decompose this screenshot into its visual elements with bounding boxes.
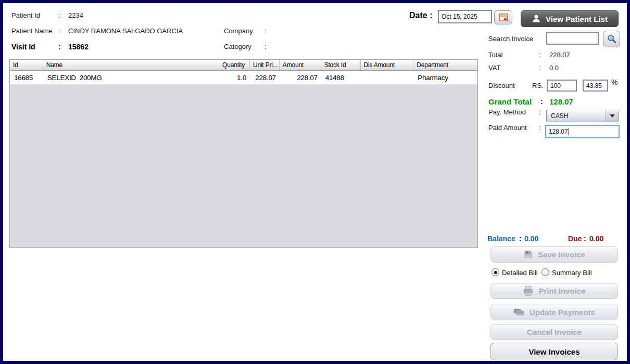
- print-invoice-button[interactable]: Print Invoice: [490, 283, 618, 299]
- pay-method-label: Pay. Method: [488, 109, 526, 116]
- patient-id-label: Patient Id: [11, 12, 40, 19]
- detailed-bill-label[interactable]: Detailed Bill: [502, 269, 538, 277]
- search-invoice-input[interactable]: [546, 32, 599, 45]
- colon: :: [58, 12, 60, 19]
- column-header-stock-id[interactable]: Stock Id: [321, 60, 361, 70]
- discount-label: Discount: [488, 82, 515, 89]
- total-label: Total: [488, 51, 502, 59]
- column-header-name[interactable]: Name: [43, 60, 219, 70]
- cell-quantity: 1.0: [219, 74, 250, 82]
- patient-name-label: Patient Name: [11, 28, 53, 35]
- patient-name-value: CINDY RAMONA SALGADO GARCIA: [68, 28, 183, 35]
- search-icon: [607, 34, 617, 44]
- date-label: Date :: [409, 11, 432, 20]
- paid-amount-label: Paid Amount: [488, 124, 527, 132]
- colon: :: [540, 98, 543, 106]
- discount-amount-input[interactable]: [547, 80, 577, 92]
- calendar-icon: [499, 14, 508, 21]
- column-header-department[interactable]: Department: [413, 60, 477, 70]
- detailed-bill-radio[interactable]: [492, 268, 499, 276]
- patient-id-value: 2234: [68, 12, 83, 19]
- view-patient-list-button[interactable]: View Patient List: [521, 10, 619, 27]
- grand-total-label: Grand Total: [488, 98, 532, 107]
- pay-method-dropdown[interactable]: CASH: [546, 110, 619, 122]
- update-payments-button[interactable]: Update Payments: [490, 304, 618, 320]
- balance-value: 0.00: [524, 235, 538, 243]
- chevron-down-icon: [610, 114, 615, 118]
- print-invoice-label: Print Invoice: [538, 287, 585, 295]
- discount-currency: RS.: [532, 82, 544, 89]
- colon: :: [539, 51, 541, 59]
- cancel-invoice-button[interactable]: Cancel Invoice: [490, 324, 618, 340]
- colon: :: [264, 43, 267, 50]
- dropdown-arrow-button[interactable]: [606, 110, 619, 122]
- vat-label: VAT: [488, 64, 500, 72]
- colon: :: [539, 124, 541, 132]
- cell-unit-price: 228.07: [250, 74, 280, 82]
- paid-amount-input[interactable]: 128.07: [545, 125, 620, 138]
- summary-bill-label[interactable]: Summary Bill: [552, 269, 592, 277]
- search-invoice-button[interactable]: [603, 31, 620, 47]
- visit-id-label: Visit Id: [11, 43, 35, 51]
- printer-icon: [523, 286, 534, 296]
- company-label: Company: [224, 28, 253, 35]
- date-input[interactable]: [438, 10, 492, 23]
- view-invoices-label: View Invoices: [528, 347, 579, 356]
- percent-sign: %: [611, 79, 618, 86]
- column-header-dis-amount[interactable]: Dis Amount: [361, 60, 414, 70]
- paid-amount-value: 128.07: [549, 128, 568, 135]
- update-payments-label: Update Payments: [530, 308, 595, 317]
- colon: :: [58, 28, 60, 35]
- column-header-quantity[interactable]: Quantity: [219, 60, 250, 70]
- cancel-invoice-label: Cancel Invoice: [527, 328, 582, 336]
- discount-percent-input[interactable]: [583, 80, 608, 92]
- colon: :: [539, 109, 541, 116]
- visit-id-value: 15862: [68, 43, 89, 51]
- colon: :: [539, 64, 541, 72]
- category-label: Category: [224, 43, 251, 50]
- column-header-id[interactable]: Id: [10, 60, 43, 70]
- vat-value: 0.0: [549, 64, 559, 72]
- pay-method-selected-value: CASH: [547, 110, 606, 122]
- payments-icon: [513, 308, 525, 317]
- cell-amount: 228.07: [280, 74, 321, 82]
- colon: :: [58, 43, 61, 51]
- invoice-items-table: Id Name Quantity Unit Pri... Amount Stoc…: [9, 59, 478, 248]
- save-invoice-label: Save Invoice: [538, 250, 585, 259]
- person-icon: [532, 14, 541, 23]
- view-invoices-button[interactable]: View Invoices: [490, 343, 618, 360]
- balance-label: Balance: [487, 235, 515, 243]
- colon: :: [264, 28, 267, 35]
- cell-department: Pharmacy: [413, 74, 477, 82]
- pharmacy-billing-window: Patient Id : 2234 Patient Name : CINDY R…: [0, 0, 630, 364]
- column-header-unit-price[interactable]: Unit Pri...: [250, 60, 280, 70]
- cell-stock-id: 41488: [321, 74, 361, 82]
- due-value: 0.00: [589, 235, 603, 243]
- due-label: Due: [568, 235, 582, 243]
- view-patient-list-label: View Patient List: [546, 15, 608, 23]
- save-icon: [523, 250, 533, 259]
- invoice-item-row[interactable]: 16685 SELEXID 200MG 1.0 228.07 228.07 41…: [10, 71, 477, 84]
- grand-total-value: 128.07: [549, 98, 573, 107]
- save-invoice-button[interactable]: Save Invoice: [490, 246, 618, 263]
- cell-id: 16685: [10, 74, 43, 82]
- column-header-amount[interactable]: Amount: [280, 60, 321, 70]
- summary-bill-radio[interactable]: [541, 268, 549, 276]
- colon: :: [519, 235, 522, 243]
- cell-name: SELEXID 200MG: [43, 74, 219, 82]
- total-value: 228.07: [549, 51, 570, 59]
- calendar-button[interactable]: [494, 10, 512, 24]
- text-caret: [569, 128, 569, 135]
- search-invoice-label: Search Invoice: [488, 35, 533, 43]
- colon: :: [584, 235, 586, 243]
- table-empty-area: [10, 84, 477, 248]
- table-header-row: Id Name Quantity Unit Pri... Amount Stoc…: [10, 60, 477, 71]
